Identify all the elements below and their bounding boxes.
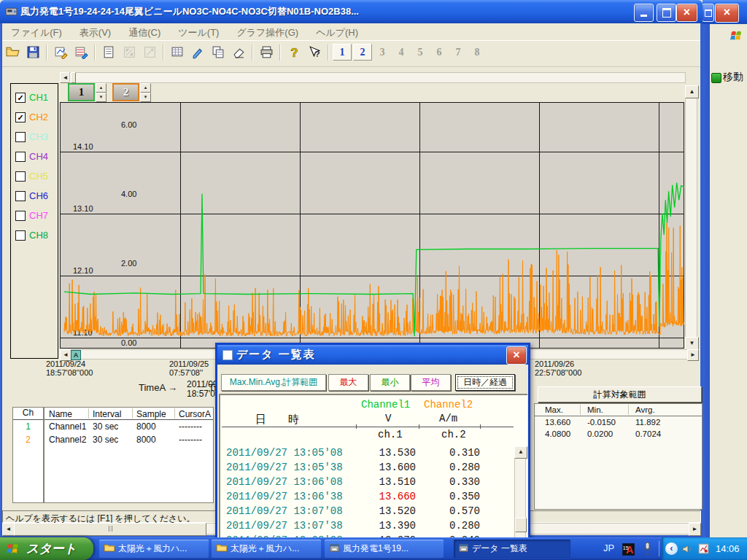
column-header[interactable]: Avrg. <box>635 405 655 414</box>
checkbox-ch4[interactable] <box>15 152 26 162</box>
checkbox-ch1[interactable]: ✓ <box>15 93 26 103</box>
channel-number-list[interactable]: Ch 12 <box>12 407 44 503</box>
eraser-icon[interactable] <box>229 44 248 61</box>
maximize-button[interactable] <box>657 4 676 22</box>
microphone-icon[interactable] <box>640 541 654 556</box>
tray-chevron-icon[interactable]: ‹ <box>665 542 678 555</box>
scale-spinner-ch2[interactable]: ▲▼ <box>140 83 151 102</box>
menu-item-1[interactable]: 表示(V) <box>71 23 120 42</box>
help-icon[interactable]: ? <box>285 44 303 61</box>
tray-app-icon[interactable] <box>697 542 710 555</box>
data-table[interactable]: Channel1 Channel2 日 時 V A/m ch.1 ch.2 20… <box>219 394 527 560</box>
menu-item-2[interactable]: 通信(C) <box>120 23 169 42</box>
table-row[interactable]: Channel130 sec8000-------- <box>44 420 213 433</box>
menu-item-5[interactable]: ヘルプ(H) <box>307 23 367 42</box>
table-row[interactable]: Channel230 sec8000-------- <box>44 433 213 446</box>
dialog-titlebar[interactable]: データ 一覧表 <box>217 345 528 365</box>
dialog-button-2[interactable]: 最小 <box>370 374 410 391</box>
spin-down-icon[interactable]: ▼ <box>96 93 107 102</box>
close-button[interactable]: × <box>676 4 697 22</box>
scroll-down-icon[interactable]: ▼ <box>685 337 699 350</box>
column-header[interactable]: Max. <box>545 405 563 414</box>
dialog-button-3[interactable]: 平均 <box>411 374 451 391</box>
scrollbar-thumb[interactable] <box>515 518 527 532</box>
page-button-8[interactable]: 8 <box>468 44 486 60</box>
column-header[interactable]: Sample <box>136 409 166 419</box>
scrollbar-thumb[interactable] <box>14 523 206 536</box>
scale-spinner-ch1[interactable]: ▲▼ <box>96 83 107 102</box>
scale-selector-ch1[interactable]: 1 <box>68 83 95 101</box>
print-icon[interactable] <box>257 44 276 61</box>
scrollbar-track[interactable] <box>685 85 697 349</box>
open-file-icon[interactable] <box>3 44 22 61</box>
channel-number[interactable]: 2 <box>13 433 43 446</box>
ime-icon[interactable]: A15 <box>622 542 635 556</box>
language-indicator[interactable]: JP <box>603 542 614 553</box>
taskbar-task-3[interactable]: データ 一覧表 <box>454 540 570 558</box>
checkbox-ch7[interactable] <box>15 211 26 221</box>
save-icon[interactable] <box>23 44 42 61</box>
scroll-left-icon[interactable]: ◄ <box>2 523 15 536</box>
dialog-button-4[interactable]: 日時／経過 <box>455 374 515 391</box>
column-header[interactable]: Name <box>49 409 72 419</box>
graph-vertical-scrollbar[interactable]: ▲ ▼ <box>685 85 697 349</box>
page-button-1[interactable]: 1 <box>333 44 352 61</box>
page-button-7[interactable]: 7 <box>449 44 467 60</box>
scroll-right-icon[interactable]: ► <box>687 349 699 361</box>
dialog-button-0[interactable]: Max.Min.Avg.計算範囲 <box>221 374 326 391</box>
taskbar-task-0[interactable]: 太陽光＋風力ハ... <box>99 540 209 558</box>
pen-edit-icon[interactable] <box>188 44 207 61</box>
move-tool-label[interactable]: 移動 <box>723 71 743 84</box>
scroll-up-icon[interactable]: ▲ <box>685 85 699 98</box>
checkbox-ch8[interactable] <box>15 230 26 241</box>
column-header[interactable]: Min. <box>587 405 603 414</box>
chart-plot[interactable]: 14.1013.1012.1011.106.004.002.000.00 <box>60 102 684 349</box>
taskbar-task-2[interactable]: 風力発電1号19... <box>325 540 444 558</box>
clock[interactable]: 14:06 <box>716 543 740 554</box>
channel-number[interactable]: 1 <box>13 420 43 433</box>
context-help-icon[interactable]: ? <box>305 44 324 61</box>
graph-top-scrollbar[interactable]: ◄ <box>60 72 684 82</box>
menu-item-0[interactable]: ファイル(F) <box>2 23 71 42</box>
chart-canvas[interactable]: 14.1013.1012.1011.106.004.002.000.00 <box>60 102 684 349</box>
checkbox-ch2[interactable]: ✓ <box>15 112 26 122</box>
scroll-up-icon[interactable]: ▲ <box>514 446 527 459</box>
checkbox-ch3[interactable] <box>15 132 26 142</box>
scrollbar-track[interactable] <box>69 72 686 83</box>
copy-data-icon[interactable] <box>209 44 228 61</box>
page-button-4[interactable]: 4 <box>392 44 410 60</box>
table-row[interactable]: 2011/09/27 13:07'0813.5200.570 <box>220 505 512 519</box>
titlebar[interactable]: 風力発電1号19-24-24-14尾翼ビニールNO3C-NO4C-NO3C切替N… <box>0 0 703 23</box>
scrollbar-thumb[interactable] <box>71 72 76 83</box>
table-row[interactable]: 2011/09/27 13:06'3813.6600.350 <box>220 490 512 505</box>
calc-range-button[interactable]: 計算対象範囲 <box>538 386 702 402</box>
spin-up-icon[interactable]: ▲ <box>140 83 151 93</box>
channel-edit-icon[interactable] <box>71 44 90 61</box>
volume-icon[interactable] <box>681 543 693 555</box>
close-button-background[interactable]: × <box>715 4 739 23</box>
restore-button[interactable] <box>702 4 714 22</box>
minimize-button[interactable] <box>634 4 654 22</box>
table-row[interactable]: 2011/09/27 13:07'3813.3900.280 <box>220 519 512 534</box>
checkbox-ch5[interactable] <box>15 171 26 182</box>
page-button-3[interactable]: 3 <box>374 44 391 60</box>
cursor-a-marker[interactable]: A <box>71 350 81 360</box>
scale-selector-ch2[interactable]: 2 <box>112 83 139 101</box>
dialog-button-1[interactable]: 最大 <box>328 374 368 391</box>
page-button-6[interactable]: 6 <box>430 44 448 60</box>
channel-info-list[interactable]: NameIntervalSampleCursorA Channel130 sec… <box>44 407 214 503</box>
column-header[interactable]: CursorA <box>179 409 211 419</box>
menu-item-4[interactable]: グラフ操作(G) <box>228 23 307 42</box>
page-button-5[interactable]: 5 <box>411 44 429 60</box>
table-row[interactable]: 2011/09/27 13:05'3813.6000.280 <box>220 461 512 475</box>
table-row[interactable]: 2011/09/27 13:05'0813.5300.310 <box>220 446 512 461</box>
start-button[interactable]: スタート <box>0 537 93 560</box>
spin-up-icon[interactable]: ▲ <box>96 83 107 93</box>
taskbar-task-1[interactable]: 太陽光＋風力ハ... <box>212 540 321 558</box>
dialog-close-button[interactable]: × <box>506 346 527 365</box>
scale-edit-icon[interactable] <box>51 44 70 61</box>
scroll-right-icon[interactable]: ► <box>689 523 701 536</box>
checkbox-ch6[interactable] <box>15 191 26 201</box>
menu-item-3[interactable]: ツール(T) <box>169 23 228 42</box>
spin-down-icon[interactable]: ▼ <box>140 93 151 102</box>
